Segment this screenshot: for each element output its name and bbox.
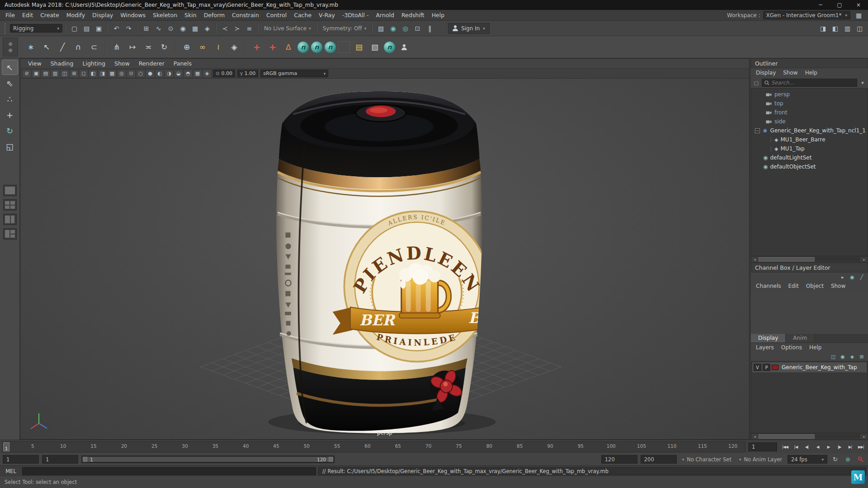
tab-anim[interactable]: Anim — [786, 334, 815, 343]
ambient-occlusion-icon[interactable]: ◓ — [184, 70, 193, 78]
playback-button[interactable]: ▶ — [823, 442, 834, 451]
playback-speed-icon[interactable]: ⊚ — [843, 455, 853, 464]
outliner-camera-row[interactable]: top — [751, 99, 868, 108]
menu-item[interactable]: Display — [89, 10, 117, 20]
channel-box-menu-item[interactable]: Show — [828, 282, 849, 290]
animation-start-field[interactable]: 1 — [3, 455, 39, 464]
snap-to-view-plane-icon[interactable]: ▦ — [189, 23, 201, 34]
chevron-down-icon[interactable]: ▾ — [859, 79, 866, 86]
workspace-selector[interactable]: XGen - Interactive Groom1* ▾ — [763, 11, 850, 19]
paint-select-tool-button[interactable]: ∴ — [2, 92, 18, 106]
edit-curve-icon[interactable]: ↖ — [40, 40, 53, 54]
textured-icon[interactable]: ◐ — [155, 70, 164, 78]
render-settings-icon[interactable]: ⊡ — [412, 23, 423, 34]
filter-icon[interactable]: ▢ — [753, 79, 760, 86]
isolate-select-icon[interactable]: ◈ — [203, 70, 212, 78]
film-gate-icon[interactable]: ◻ — [79, 70, 88, 78]
select-camera-icon[interactable]: ⊘ — [22, 70, 31, 78]
anim-layer-selector[interactable]: ▾ No Anim Layer — [737, 456, 784, 463]
tool-settings-toggle-icon[interactable]: ◧ — [830, 23, 841, 34]
menu-item[interactable]: -3DtoAll - — [339, 10, 373, 20]
new-layer-icon[interactable]: ◫ — [830, 353, 837, 360]
symmetry-selector[interactable]: Symmetry: Off ▾ — [320, 25, 369, 32]
wireframe-icon[interactable]: ○ — [136, 70, 145, 78]
range-handle-right[interactable] — [329, 457, 333, 462]
panel-menu-item[interactable]: Renderer — [135, 59, 169, 68]
four-pane-layout-button[interactable] — [3, 199, 17, 211]
single-pane-layout-button[interactable] — [3, 185, 17, 196]
snap-to-curve-icon[interactable]: ∿ — [153, 23, 164, 34]
construction-history-icon[interactable]: ≡ — [244, 23, 255, 34]
rotate-tool-button[interactable]: ↻ — [2, 123, 18, 138]
scroll-right-icon[interactable]: ▸ — [861, 257, 868, 262]
channel-box-menu-item[interactable]: Edit — [785, 282, 802, 290]
live-surface-selector[interactable]: No Live Surface ▾ — [261, 25, 314, 32]
close-button[interactable]: × — [849, 0, 868, 10]
channel-box-menu-item[interactable]: Channels — [753, 282, 784, 290]
scroll-track[interactable] — [759, 434, 860, 439]
menu-item[interactable]: Windows — [117, 10, 149, 20]
layer-editor-menu-item[interactable]: Help — [806, 343, 825, 352]
menu-item[interactable]: Control — [263, 10, 290, 20]
scroll-track[interactable] — [759, 257, 860, 262]
modeling-toolkit-toggle-icon[interactable]: ◫ — [854, 23, 865, 34]
menu-item[interactable]: Deform — [200, 10, 228, 20]
workspace-grid-icon[interactable]: ▦ — [853, 9, 864, 21]
channel-speed-icon[interactable]: ◉ — [849, 273, 856, 281]
insert-knot-icon[interactable]: ⋔ — [110, 40, 123, 54]
ncache-icon[interactable]: n — [384, 42, 395, 53]
channel-edit-icon[interactable]: ╱ — [858, 273, 865, 281]
outliner-camera-row[interactable]: persp — [751, 90, 868, 99]
panel-menu-item[interactable]: View — [24, 59, 46, 68]
range-bar[interactable]: 1 120 — [83, 457, 333, 462]
gamma-field[interactable]: γ 1.00 — [237, 70, 258, 77]
attach-curve-icon[interactable]: ⊂ — [87, 40, 101, 54]
channel-select-icon[interactable]: ▸ — [839, 273, 846, 281]
add-joint-icon[interactable]: + — [250, 40, 264, 54]
scroll-thumb[interactable] — [759, 257, 815, 262]
menu-item[interactable]: Help — [428, 10, 448, 20]
ncloth-passive-icon[interactable]: n — [311, 42, 322, 53]
ik-handle-icon[interactable]: ≀ — [212, 40, 225, 54]
playback-button[interactable]: ▶| — [845, 442, 855, 451]
outliner-root-row[interactable]: − ∗ Generic_Beer_Keg_with_Tap_ncl1_1 — [751, 126, 868, 135]
panel-menu-item[interactable]: Panels — [170, 59, 196, 68]
animation-end-field[interactable]: 200 — [641, 455, 677, 464]
undo-icon[interactable]: ↶ — [111, 23, 122, 34]
layer-list[interactable]: V P Generic_Beer_Keg_with_Tap — [751, 361, 868, 433]
outliner-set-row[interactable]: ◉ defaultLightSet — [751, 153, 868, 162]
viewport-canvas[interactable]: ALLERS IC'ILE PIENDLEEN — [20, 79, 749, 439]
outliner-camera-row[interactable]: side — [751, 117, 868, 126]
outliner-child-row[interactable]: ┆ ◈ MU1_Beer_Barre — [751, 135, 868, 144]
lasso-tool-button[interactable]: ⇖ — [2, 76, 18, 90]
view-transform-selector[interactable]: sRGB gamma ▾ — [260, 70, 328, 77]
attribute-editor-toggle-icon[interactable]: ◨ — [817, 23, 829, 34]
safe-title-icon[interactable]: ⊙ — [127, 70, 136, 78]
playhead[interactable]: 1 — [3, 442, 9, 451]
make-live-icon[interactable]: ◈ — [202, 23, 213, 34]
lights-icon[interactable]: ◑ — [165, 70, 174, 78]
shadows-icon[interactable]: ◒ — [174, 70, 183, 78]
gate-mask-icon[interactable]: ◨ — [98, 70, 107, 78]
save-scene-icon[interactable]: ▣ — [93, 23, 104, 34]
channel-box-header[interactable]: Channel Box / Layer Editor — [751, 263, 868, 272]
field-chart-icon[interactable]: ▩ — [108, 70, 117, 78]
outliner-menu-item[interactable]: Display — [753, 69, 779, 77]
exposure-field[interactable]: ⊙ 0.00 — [213, 70, 235, 77]
pencil-curve-icon[interactable]: ╱ — [56, 40, 69, 54]
outliner-menu-item[interactable]: Help — [802, 69, 821, 77]
layer-editor-menu-item[interactable]: Options — [778, 343, 805, 352]
panel-menu-item[interactable]: Shading — [47, 59, 78, 68]
menu-item[interactable]: V-Ray — [315, 10, 339, 20]
menu-item[interactable]: Cache — [290, 10, 315, 20]
add-points-icon[interactable]: ⊕ — [180, 40, 193, 54]
layer-color-swatch[interactable] — [772, 365, 778, 370]
joint-tool-icon[interactable]: ∞ — [196, 40, 209, 54]
menu-item[interactable]: Skin — [181, 10, 200, 20]
menu-item[interactable]: Redshift — [398, 10, 428, 20]
playback-button[interactable]: ◀ — [812, 442, 823, 451]
nconstraint-icon[interactable]: n — [325, 42, 336, 53]
camera-attributes-icon[interactable]: ▤ — [41, 70, 50, 78]
layer-hscrollbar[interactable]: ◂ ▸ — [751, 433, 868, 440]
scroll-right-icon[interactable]: ▸ — [861, 434, 868, 439]
